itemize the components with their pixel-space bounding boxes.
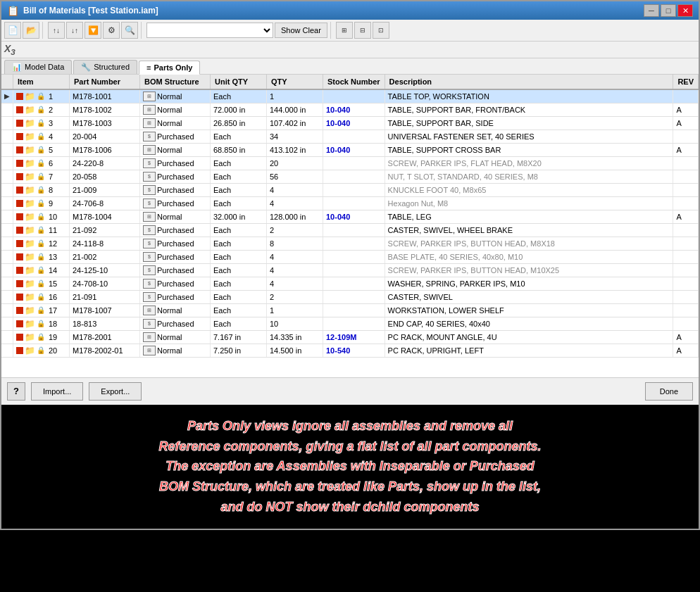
table-row[interactable]: 📁 🔒 18 18-813 $ Purchased Each10END CAP,…: [1, 317, 699, 330]
table-row[interactable]: 📁 🔒 5 M178-1006 ⊞ Normal 68.850 in413.10…: [1, 143, 699, 156]
row-description: SCREW, PARKER IPS, BUTTON HEAD, M10X25: [385, 263, 673, 277]
tab-model-data[interactable]: 📊 Model Data: [4, 60, 72, 74]
table-row[interactable]: 📁 🔒 9 24-706-8 $ Purchased Each4Hexagon …: [1, 196, 699, 210]
table-row[interactable]: 📁 🔒 13 21-002 $ Purchased Each4BASE PLAT…: [1, 250, 699, 263]
table-row[interactable]: 📁 🔒 19 M178-2001 ⊞ Normal 7.167 in14.335…: [1, 330, 699, 344]
item-number: 19: [49, 333, 57, 341]
row-arrow: ▶: [1, 89, 13, 103]
open-button[interactable]: 📂: [23, 22, 39, 39]
export-button[interactable]: Export...: [89, 382, 142, 401]
done-button[interactable]: Done: [645, 382, 693, 401]
settings-button[interactable]: ⚙: [103, 22, 120, 39]
bom-struct-label: Purchased: [157, 186, 194, 194]
row-rev: A: [673, 116, 699, 130]
row-part-number: M178-2001: [70, 330, 140, 344]
row-part-number: 24-706-8: [70, 196, 140, 210]
table-btn1[interactable]: ⊞: [336, 22, 353, 39]
table-row[interactable]: 📁 🔒 14 24-125-10 $ Purchased Each4SCREW,…: [1, 263, 699, 277]
bom-struct-label: Purchased: [157, 239, 194, 248]
tab-structured[interactable]: 🔧 Structured: [73, 60, 137, 74]
col-description: Description: [385, 75, 673, 89]
bom-struct-label: Normal: [157, 106, 182, 114]
folder-icon: 📁: [25, 172, 35, 182]
table-row[interactable]: 📁 🔒 11 21-092 $ Purchased Each2CASTER, S…: [1, 223, 699, 237]
row-item: 📁 🔒 3: [13, 116, 70, 130]
row-rev: [673, 223, 699, 237]
normal-bom-icon: ⊞: [143, 306, 156, 315]
bom-struct-label: Purchased: [157, 320, 194, 328]
table-btn2[interactable]: ⊟: [354, 22, 371, 39]
lock-icon: 🔒: [37, 346, 45, 354]
row-stock-number: 10-040: [323, 103, 385, 116]
row-rev: [673, 89, 699, 103]
row-unit-qty: Each: [211, 263, 267, 277]
row-bom-structure: $ Purchased: [140, 290, 211, 303]
row-qty: 2: [267, 223, 323, 237]
help-button[interactable]: ?: [7, 382, 25, 401]
table-row[interactable]: 📁 🔒 20 M178-2002-01 ⊞ Normal 7.250 in14.…: [1, 344, 699, 357]
table-row[interactable]: 📁 🔒 8 21-009 $ Purchased Each4KNUCKLE FO…: [1, 183, 699, 196]
folder-icon: 📁: [25, 118, 35, 128]
show-clear-button[interactable]: Show Clear: [275, 23, 327, 38]
bom-struct-label: Normal: [157, 92, 182, 101]
table-row[interactable]: ▶ 📁 🔒 1 M178-1001 ⊞ Normal Each1TABLE TO…: [1, 89, 699, 103]
window-controls: ─ □ ✕: [644, 4, 693, 17]
folder-icon: 📁: [25, 332, 35, 342]
table-row[interactable]: 📁 🔒 10 M178-1004 ⊞ Normal 32.000 in128.0…: [1, 210, 699, 223]
red-indicator-icon: [16, 187, 23, 194]
lock-icon: 🔒: [37, 199, 45, 207]
table-row[interactable]: 📁 🔒 17 M178-1007 ⊞ Normal Each1WORKSTATI…: [1, 303, 699, 317]
folder-icon: 📁: [25, 185, 35, 195]
close-button[interactable]: ✕: [677, 4, 693, 17]
lock-icon: 🔒: [37, 159, 45, 167]
row-item: 📁 🔒 17: [13, 303, 70, 317]
minimize-button[interactable]: ─: [644, 4, 659, 17]
table-row[interactable]: 📁 🔒 3 M178-1003 ⊞ Normal 26.850 in107.40…: [1, 116, 699, 130]
bom-dropdown[interactable]: [146, 23, 273, 38]
table-btn3[interactable]: ⊡: [373, 22, 389, 39]
row-qty: 1: [267, 303, 323, 317]
row-stock-number: 10-040: [323, 143, 385, 156]
import-button[interactable]: Import...: [31, 382, 83, 401]
new-button[interactable]: 📄: [4, 22, 21, 39]
row-qty: 128.000 in: [267, 210, 323, 223]
row-qty: 4: [267, 183, 323, 196]
row-arrow: [1, 317, 13, 330]
row-bom-structure: ⊞ Normal: [140, 210, 211, 223]
item-number: 14: [49, 266, 57, 275]
maximize-button[interactable]: □: [661, 4, 676, 17]
row-item: 📁 🔒 2: [13, 103, 70, 116]
table-row[interactable]: 📁 🔒 2 M178-1002 ⊞ Normal 72.000 in144.00…: [1, 103, 699, 116]
table-row[interactable]: 📁 🔒 16 21-091 $ Purchased Each2CASTER, S…: [1, 290, 699, 303]
bom-struct-label: Normal: [157, 146, 182, 154]
row-stock-number: [323, 89, 385, 103]
row-description: TABLE, LEG: [385, 210, 673, 223]
row-part-number: 24-708-10: [70, 277, 140, 290]
tab-parts-only[interactable]: ≡ Parts Only: [139, 61, 200, 75]
sort-az-button[interactable]: ↑↓: [48, 22, 65, 39]
row-description: WORKSTATION, LOWER SHELF: [385, 303, 673, 317]
row-qty: 56: [267, 170, 323, 183]
item-number: 17: [49, 306, 57, 315]
main-window: 📋 Bill of Materials [Test Station.iam] ─…: [0, 0, 700, 530]
sort-za-button[interactable]: ↓↑: [66, 22, 83, 39]
table-scroll-area[interactable]: Item Part Number BOM Structure Unit QTY …: [1, 75, 699, 377]
table-header-row: Item Part Number BOM Structure Unit QTY …: [1, 75, 699, 89]
model-data-label: Model Data: [25, 63, 64, 71]
row-stock-number: [323, 290, 385, 303]
table-row[interactable]: 📁 🔒 6 24-220-8 $ Purchased Each20SCREW, …: [1, 156, 699, 170]
parts-only-icon: ≡: [146, 63, 151, 72]
table-row[interactable]: 📁 🔒 12 24-118-8 $ Purchased Each8SCREW, …: [1, 237, 699, 250]
table-row[interactable]: 📁 🔒 15 24-708-10 $ Purchased Each4WASHER…: [1, 277, 699, 290]
purchased-bom-icon: $: [143, 225, 156, 235]
structured-icon: 🔧: [81, 63, 91, 72]
table-row[interactable]: 📁 🔒 7 20-058 $ Purchased Each56NUT, T SL…: [1, 170, 699, 183]
row-bom-structure: ⊞ Normal: [140, 103, 211, 116]
search-button[interactable]: 🔍: [121, 22, 138, 39]
red-indicator-icon: [16, 106, 23, 113]
col-rev: REV: [673, 75, 699, 89]
row-qty: 10: [267, 317, 323, 330]
row-rev: [673, 290, 699, 303]
filter-button[interactable]: 🔽: [85, 22, 101, 39]
table-row[interactable]: 📁 🔒 4 20-004 $ Purchased Each34UNIVERSAL…: [1, 130, 699, 143]
